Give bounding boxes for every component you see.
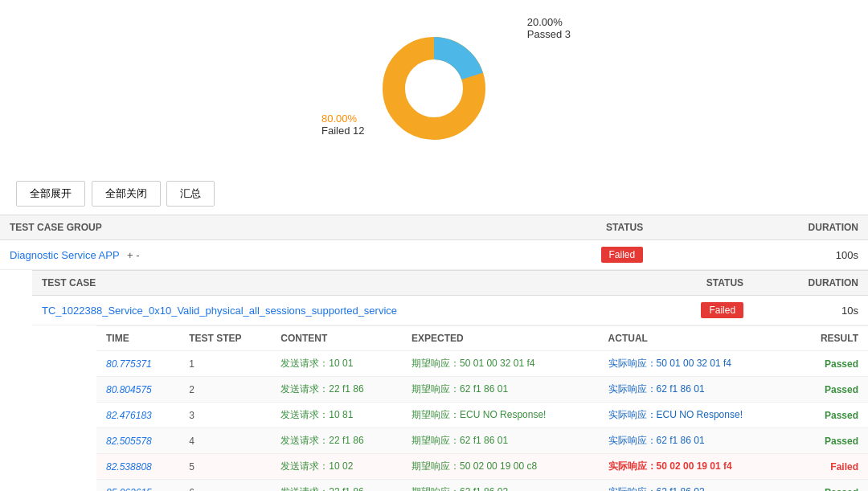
detail-time: 80.775371 bbox=[96, 351, 179, 377]
svg-point-2 bbox=[410, 64, 458, 113]
detail-row: 80.804575 2 发送请求：22 f1 86 期望响应：62 f1 86 … bbox=[96, 377, 868, 403]
detail-step: 3 bbox=[179, 403, 271, 428]
detail-expected: 期望响应：50 02 00 19 00 c8 bbox=[402, 454, 599, 480]
detail-step: 5 bbox=[179, 454, 271, 480]
detail-section-row: TIME TEST STEP CONTENT EXPECTED ACTUAL R… bbox=[32, 325, 868, 492]
detail-time: 82.538808 bbox=[96, 454, 179, 480]
detail-step: 4 bbox=[179, 428, 271, 454]
inner-table: TEST CASE STATUS DURATION TC_1022388_Ser… bbox=[32, 270, 868, 491]
group-row: Diagnostic Service APP + - Failed 100s bbox=[0, 240, 868, 270]
detail-result: Failed bbox=[795, 454, 868, 480]
detail-row: 82.538808 5 发送请求：10 02 期望响应：50 02 00 19 … bbox=[96, 454, 868, 480]
group-controls: + - bbox=[127, 249, 140, 261]
passed-pct: 20.00% bbox=[527, 16, 571, 28]
detail-step: 6 bbox=[179, 480, 271, 492]
detail-content: 发送请求：22 f1 86 bbox=[271, 480, 402, 492]
detail-header-content: CONTENT bbox=[271, 326, 402, 351]
tc-status-cell: Failed bbox=[651, 296, 753, 325]
outer-header-status: STATUS bbox=[462, 215, 653, 240]
detail-header-actual: ACTUAL bbox=[599, 326, 796, 351]
detail-expected: 期望响应：ECU NO Response! bbox=[402, 403, 599, 428]
detail-actual: 实际响应：62 f1 86 01 bbox=[599, 428, 796, 454]
failed-label: 80.00% Failed 12 bbox=[321, 113, 364, 137]
detail-content: 发送请求：10 02 bbox=[271, 454, 402, 480]
detail-expected: 期望响应：62 f1 86 01 bbox=[402, 377, 599, 403]
detail-row: 85.063615 6 发送请求：22 f1 86 期望响应：62 f1 86 … bbox=[96, 480, 868, 492]
tc-status-badge: Failed bbox=[701, 302, 743, 318]
passed-count: Passed 3 bbox=[527, 28, 571, 40]
inner-section: TEST CASE STATUS DURATION TC_1022388_Ser… bbox=[0, 270, 868, 491]
expand-all-button[interactable]: 全部展开 bbox=[16, 181, 85, 207]
tc-row: TC_1022388_Service_0x10_Valid_physical_a… bbox=[32, 296, 868, 325]
outer-table: TEST CASE GROUP STATUS DURATION Diagnost… bbox=[0, 215, 868, 491]
summary-button[interactable]: 汇总 bbox=[166, 181, 215, 207]
detail-actual: 实际响应：50 01 00 32 01 f4 bbox=[599, 351, 796, 377]
tc-link[interactable]: TC_1022388_Service_0x10_Valid_physical_a… bbox=[42, 305, 397, 317]
detail-step: 2 bbox=[179, 377, 271, 403]
detail-time: 82.505578 bbox=[96, 428, 179, 454]
detail-content: 发送请求：22 f1 86 bbox=[271, 377, 402, 403]
chart-section: 20.00% Passed 3 80.00% Failed 12 bbox=[0, 0, 868, 169]
collapse-all-button[interactable]: 全部关闭 bbox=[92, 181, 161, 207]
detail-actual: 实际响应：50 02 00 19 01 f4 bbox=[599, 454, 796, 480]
detail-header-expected: EXPECTED bbox=[402, 326, 599, 351]
detail-time: 85.063615 bbox=[96, 480, 179, 492]
detail-header-result: RESULT bbox=[795, 326, 868, 351]
detail-header-step: TEST STEP bbox=[179, 326, 271, 351]
group-status-badge: Failed bbox=[601, 247, 644, 263]
group-name-cell: Diagnostic Service APP + - bbox=[0, 240, 462, 270]
tc-name-cell: TC_1022388_Service_0x10_Valid_physical_a… bbox=[32, 296, 651, 325]
inner-section-row: TEST CASE STATUS DURATION TC_1022388_Ser… bbox=[0, 270, 868, 492]
detail-content: 发送请求：22 f1 86 bbox=[271, 428, 402, 454]
detail-actual: 实际响应：62 f1 86 01 bbox=[599, 377, 796, 403]
detail-result: Passed bbox=[795, 428, 868, 454]
group-duration-cell: 100s bbox=[653, 240, 868, 270]
detail-time: 80.804575 bbox=[96, 377, 179, 403]
tc-duration-cell: 10s bbox=[753, 296, 868, 325]
detail-section-cell: TIME TEST STEP CONTENT EXPECTED ACTUAL R… bbox=[32, 325, 868, 492]
donut-chart: 20.00% Passed 3 80.00% Failed 12 bbox=[370, 24, 498, 153]
failed-pct: 80.00% bbox=[321, 113, 357, 125]
detail-expected: 期望响应：62 f1 86 02 bbox=[402, 480, 599, 492]
detail-row: 80.775371 1 发送请求：10 01 期望响应：50 01 00 32 … bbox=[96, 351, 868, 377]
inner-header-case: TEST CASE bbox=[32, 271, 651, 296]
detail-content: 发送请求：10 01 bbox=[271, 351, 402, 377]
group-link[interactable]: Diagnostic Service APP bbox=[10, 249, 119, 261]
detail-result: Passed bbox=[795, 351, 868, 377]
inner-header-status: STATUS bbox=[651, 271, 753, 296]
detail-actual: 实际响应：ECU NO Response! bbox=[599, 403, 796, 428]
detail-row: 82.505578 4 发送请求：22 f1 86 期望响应：62 f1 86 … bbox=[96, 428, 868, 454]
button-bar: 全部展开 全部关闭 汇总 bbox=[0, 169, 868, 215]
detail-step: 1 bbox=[179, 351, 271, 377]
detail-result: Passed bbox=[795, 480, 868, 492]
detail-header-time: TIME bbox=[96, 326, 179, 351]
detail-section: TIME TEST STEP CONTENT EXPECTED ACTUAL R… bbox=[32, 325, 868, 491]
outer-header-group: TEST CASE GROUP bbox=[0, 215, 462, 240]
inner-section-cell: TEST CASE STATUS DURATION TC_1022388_Ser… bbox=[0, 270, 868, 492]
inner-header-duration: DURATION bbox=[753, 271, 868, 296]
group-status-cell: Failed bbox=[462, 240, 653, 270]
detail-content: 发送请求：10 81 bbox=[271, 403, 402, 428]
detail-actual: 实际响应：62 f1 86 02 bbox=[599, 480, 796, 492]
detail-row: 82.476183 3 发送请求：10 81 期望响应：ECU NO Respo… bbox=[96, 403, 868, 428]
failed-count: Failed 12 bbox=[321, 125, 364, 137]
detail-table: TIME TEST STEP CONTENT EXPECTED ACTUAL R… bbox=[96, 325, 868, 491]
detail-expected: 期望响应：62 f1 86 01 bbox=[402, 428, 599, 454]
detail-time: 82.476183 bbox=[96, 403, 179, 428]
detail-expected: 期望响应：50 01 00 32 01 f4 bbox=[402, 351, 599, 377]
outer-header-duration: DURATION bbox=[653, 215, 868, 240]
detail-result: Passed bbox=[795, 403, 868, 428]
detail-result: Passed bbox=[795, 377, 868, 403]
passed-label: 20.00% Passed 3 bbox=[527, 16, 571, 40]
